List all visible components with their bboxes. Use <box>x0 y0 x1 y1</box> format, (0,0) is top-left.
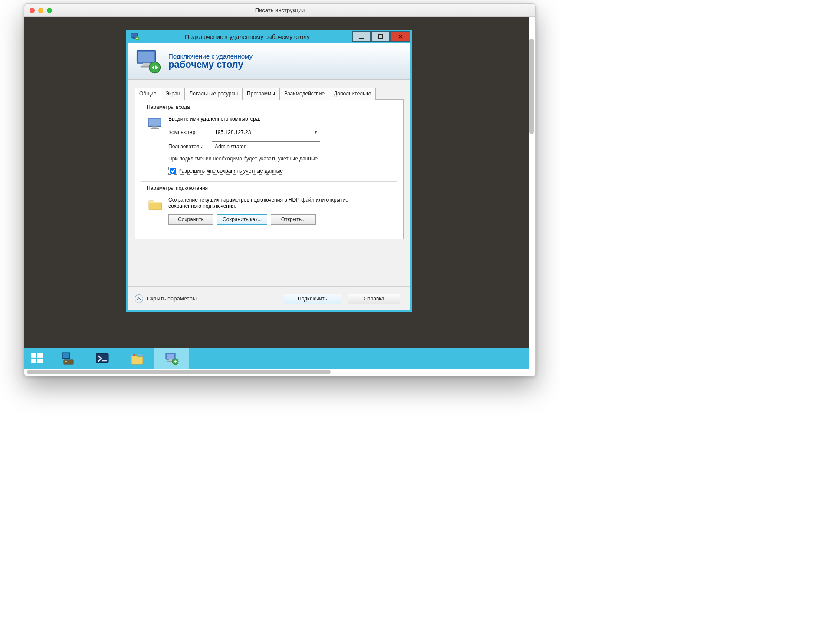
tab-display[interactable]: Экран <box>161 88 185 100</box>
help-button[interactable]: Справка <box>348 294 400 304</box>
svg-rect-20 <box>63 353 69 358</box>
save-as-button[interactable]: Сохранить как... <box>217 214 267 225</box>
user-label: Пользователь: <box>168 144 212 150</box>
tab-programs[interactable]: Программы <box>242 88 280 100</box>
login-groupbox: Параметры входа <box>141 108 397 182</box>
mac-content: Подключение к удаленному рабочему столу <box>24 17 535 376</box>
svg-rect-14 <box>151 128 159 129</box>
svg-rect-26 <box>135 354 137 356</box>
close-button[interactable] <box>390 31 410 42</box>
taskbar-explorer[interactable] <box>120 348 154 369</box>
computer-combobox[interactable]: 195.128.127.23 ▾ <box>212 127 320 137</box>
svg-rect-7 <box>138 52 154 62</box>
svg-rect-15 <box>31 353 36 358</box>
svg-point-10 <box>149 62 160 72</box>
svg-rect-17 <box>31 359 36 363</box>
mac-traffic-lights <box>30 8 52 13</box>
mac-vertical-scroll-thumb[interactable] <box>529 39 534 134</box>
rdp-body: Общие Экран Локальные ресурсы Программы … <box>128 80 410 286</box>
computer-value: 195.128.127.23 <box>215 129 251 135</box>
svg-rect-4 <box>359 38 364 39</box>
header-line2: рабочему столу <box>168 59 253 70</box>
mac-zoom-button[interactable] <box>47 8 52 13</box>
save-credentials-checkbox[interactable]: Разрешить мне сохранять учетные данные <box>168 167 285 175</box>
svg-rect-25 <box>133 354 135 356</box>
taskbar-powershell[interactable] <box>85 348 120 369</box>
open-button[interactable]: Открыть... <box>271 214 316 225</box>
svg-rect-16 <box>37 353 43 358</box>
tab-experience[interactable]: Взаимодействие <box>279 88 329 100</box>
start-button[interactable] <box>24 348 50 369</box>
svg-rect-13 <box>152 127 157 128</box>
rdp-header-icon <box>135 48 162 75</box>
connection-groupbox: Параметры подключения Сохранение тек <box>141 189 397 231</box>
svg-rect-29 <box>169 359 172 361</box>
login-instruction: Введите имя удаленного компьютера. <box>168 116 391 122</box>
tab-panel-general: Параметры входа <box>135 100 404 239</box>
windows-desktop[interactable]: Подключение к удаленному рабочему столу <box>24 17 529 369</box>
tab-strip: Общие Экран Локальные ресурсы Программы … <box>135 88 404 100</box>
credentials-hint: При подключении необходимо будет указать… <box>168 156 325 162</box>
taskbar-server-manager[interactable] <box>50 348 85 369</box>
svg-rect-22 <box>65 361 67 362</box>
chevron-up-icon <box>135 294 143 303</box>
mac-horizontal-scrollbar[interactable] <box>25 369 528 375</box>
folder-icon <box>147 197 168 225</box>
toggle-options-link[interactable]: Скрыть параметры <box>135 294 284 303</box>
svg-rect-21 <box>64 360 73 364</box>
save-credentials-label: Разрешить мне сохранять учетные данные <box>178 168 283 174</box>
svg-rect-18 <box>37 359 43 363</box>
connection-group-title: Параметры подключения <box>145 185 210 191</box>
rdp-header: Подключение к удаленному рабочему столу <box>128 43 410 80</box>
connection-instruction: Сохранение текущих параметров подключени… <box>168 197 351 209</box>
user-value: Administrator <box>215 144 246 150</box>
mac-minimize-button[interactable] <box>38 8 43 13</box>
mac-host-window: Писать инструкции Подключение к удаленно… <box>24 3 536 376</box>
svg-rect-5 <box>378 34 383 39</box>
save-button[interactable]: Сохранить <box>168 214 213 225</box>
computer-icon <box>147 116 168 175</box>
rdp-footer: Скрыть параметры Подключить Справка <box>128 286 410 310</box>
rdp-window-title: Подключение к удаленному рабочему столу <box>143 33 351 40</box>
taskbar-rdp[interactable] <box>154 348 189 369</box>
tab-advanced[interactable]: Дополнительно <box>329 88 376 100</box>
mac-close-button[interactable] <box>30 8 35 13</box>
mac-horizontal-scroll-thumb[interactable] <box>27 370 331 374</box>
svg-rect-12 <box>149 119 160 126</box>
rdp-titlebar[interactable]: Подключение к удаленному рабочему столу <box>128 30 410 43</box>
mac-vertical-scrollbar[interactable] <box>528 17 535 368</box>
toggle-options-label: Скрыть параметры <box>147 295 197 302</box>
rdp-app-icon <box>130 32 140 42</box>
maximize-button[interactable] <box>371 31 390 42</box>
chevron-down-icon: ▾ <box>312 129 317 135</box>
svg-rect-8 <box>143 63 150 65</box>
tab-general[interactable]: Общие <box>135 88 161 100</box>
user-input[interactable]: Administrator <box>212 141 320 151</box>
rdp-dialog: Подключение к удаленному рабочему столу <box>126 30 412 312</box>
minimize-button[interactable] <box>352 31 371 42</box>
svg-rect-1 <box>133 38 135 39</box>
svg-rect-28 <box>167 354 174 359</box>
login-group-title: Параметры входа <box>145 104 192 110</box>
save-credentials-input[interactable] <box>170 168 176 174</box>
tab-local[interactable]: Локальные ресурсы <box>184 88 243 100</box>
computer-label: Компьютер: <box>168 129 212 135</box>
windows-taskbar[interactable] <box>24 348 529 369</box>
mac-titlebar[interactable]: Писать инструкции <box>24 4 535 17</box>
connect-button[interactable]: Подключить <box>284 294 341 304</box>
mac-window-title: Писать инструкции <box>24 7 535 13</box>
